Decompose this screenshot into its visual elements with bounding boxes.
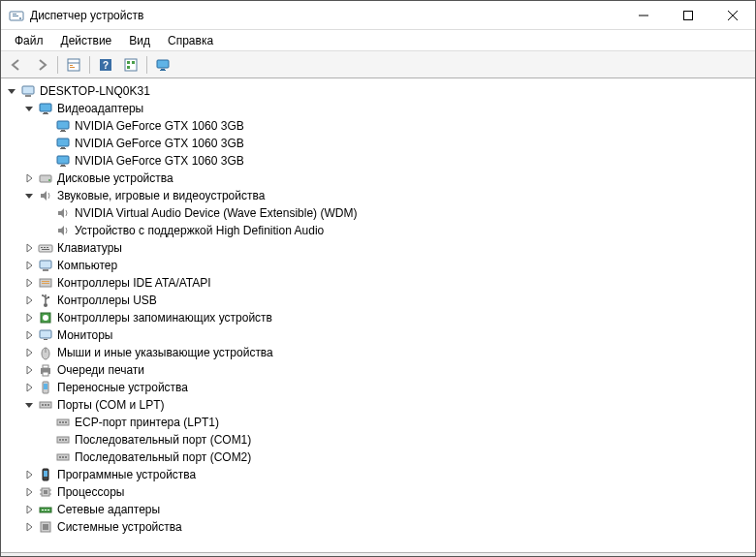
expand-icon[interactable] <box>22 468 36 481</box>
tree-item-label: Программные устройства <box>57 468 196 481</box>
svg-rect-21 <box>22 86 34 94</box>
expand-icon[interactable] <box>22 311 36 325</box>
expand-icon[interactable] <box>22 503 36 516</box>
toolbar-scan-button[interactable] <box>119 54 142 76</box>
expand-icon[interactable] <box>22 259 36 272</box>
tree-item-label: NVIDIA GeForce GTX 1060 3GB <box>75 119 244 133</box>
tree-category[interactable]: Контроллеры запоминающих устройств <box>1 309 755 326</box>
toolbar-help-button[interactable]: ? <box>94 54 117 76</box>
tree-device[interactable]: NVIDIA Virtual Audio Device (Wave Extens… <box>1 204 755 222</box>
tree-item-label: ECP-порт принтера (LPT1) <box>75 416 219 429</box>
toolbar-properties-button[interactable] <box>62 54 85 76</box>
tree-device[interactable]: Устройство с поддержкой High Definition … <box>1 222 755 239</box>
tree-category[interactable]: Переносные устройства <box>1 379 755 396</box>
svg-rect-25 <box>43 113 48 114</box>
svg-rect-88 <box>45 510 47 511</box>
tree-category[interactable]: Компьютер <box>1 257 755 274</box>
toolbar-monitor-button[interactable] <box>151 54 174 76</box>
toolbar-forward-button[interactable] <box>30 54 53 76</box>
display-icon <box>38 101 53 116</box>
minimize-button[interactable] <box>621 1 666 30</box>
svg-rect-32 <box>57 156 69 164</box>
svg-point-72 <box>62 439 64 441</box>
expand-icon[interactable] <box>22 520 36 534</box>
menu-help[interactable]: Справка <box>160 32 221 49</box>
expand-icon[interactable] <box>22 276 36 290</box>
svg-rect-1 <box>13 14 16 15</box>
svg-point-49 <box>42 294 44 296</box>
tree-item-label: Звуковые, игровые и видеоустройства <box>57 189 265 202</box>
expand-icon[interactable] <box>22 363 36 377</box>
tree-category[interactable]: Мониторы <box>1 326 755 344</box>
tree-category[interactable]: Видеоадаптеры <box>1 100 755 117</box>
svg-rect-16 <box>132 61 135 64</box>
svg-rect-26 <box>57 121 69 129</box>
svg-rect-40 <box>47 247 48 248</box>
maximize-button[interactable] <box>666 1 710 30</box>
expand-icon[interactable] <box>22 294 36 307</box>
svg-rect-22 <box>25 95 31 97</box>
printer-icon <box>38 362 53 378</box>
svg-point-73 <box>65 439 67 441</box>
svg-rect-91 <box>43 524 48 530</box>
toolbar-separator <box>89 56 90 74</box>
svg-rect-28 <box>60 131 66 132</box>
tree-item-label: Компьютер <box>57 259 117 272</box>
app-icon <box>9 8 24 23</box>
tree-root[interactable]: DESKTOP-LNQ0K31 <box>1 82 755 100</box>
tree-category[interactable]: Звуковые, игровые и видеоустройства <box>1 187 755 204</box>
expand-icon[interactable] <box>22 171 36 185</box>
collapse-icon[interactable] <box>22 189 36 202</box>
collapse-icon[interactable] <box>22 102 36 115</box>
tree-category[interactable]: Очереди печати <box>1 361 755 379</box>
tree-item-label: Дисковые устройства <box>57 171 173 185</box>
tree-category[interactable]: Контроллеры USB <box>1 292 755 309</box>
tree-category[interactable]: Системные устройства <box>1 518 755 536</box>
tree-category[interactable]: Контроллеры IDE ATA/ATAPI <box>1 274 755 292</box>
tree-device[interactable]: Последовательный порт (COM2) <box>1 449 755 466</box>
toolbar-separator <box>57 56 58 74</box>
tree-device[interactable]: NVIDIA GeForce GTX 1060 3GB <box>1 117 755 135</box>
disk-icon <box>38 170 53 186</box>
collapse-icon[interactable] <box>5 84 18 98</box>
tree-category[interactable]: Мыши и иные указывающие устройства <box>1 344 755 361</box>
network-icon <box>38 502 53 517</box>
toolbar-back-button[interactable] <box>5 54 28 76</box>
expand-icon[interactable] <box>22 241 36 255</box>
expand-icon[interactable] <box>22 485 36 499</box>
svg-point-47 <box>44 303 47 307</box>
tree-category[interactable]: Программные устройства <box>1 466 755 483</box>
tree-device[interactable]: ECP-порт принтера (LPT1) <box>1 414 755 431</box>
port-icon <box>55 415 71 430</box>
svg-rect-53 <box>40 330 51 338</box>
tree-device[interactable]: Последовательный порт (COM1) <box>1 431 755 449</box>
svg-rect-87 <box>42 510 44 511</box>
expand-icon[interactable] <box>22 381 36 394</box>
expand-icon[interactable] <box>22 328 36 342</box>
svg-point-75 <box>59 456 61 458</box>
menu-file[interactable]: Файл <box>7 32 51 49</box>
expand-icon[interactable] <box>22 346 36 359</box>
tree-device[interactable]: NVIDIA GeForce GTX 1060 3GB <box>1 152 755 170</box>
toolbar-separator <box>146 56 147 74</box>
port-icon <box>55 449 71 465</box>
tree-device[interactable]: NVIDIA GeForce GTX 1060 3GB <box>1 135 755 152</box>
window-title: Диспетчер устройств <box>30 9 621 22</box>
device-tree[interactable]: DESKTOP-LNQ0K31ВидеоадаптерыNVIDIA GeFor… <box>1 78 755 552</box>
menu-view[interactable]: Вид <box>121 32 158 49</box>
tree-category[interactable]: Порты (COM и LPT) <box>1 396 755 414</box>
collapse-icon[interactable] <box>22 398 36 412</box>
window-controls <box>621 1 755 30</box>
tree-category[interactable]: Сетевые адаптеры <box>1 501 755 518</box>
audio-icon <box>55 205 71 221</box>
svg-rect-2 <box>13 15 18 16</box>
tree-item-label: Мониторы <box>57 328 112 342</box>
close-button[interactable] <box>710 1 755 30</box>
svg-point-68 <box>62 421 64 423</box>
menu-action[interactable]: Действие <box>53 32 120 49</box>
tree-category[interactable]: Дисковые устройства <box>1 170 755 187</box>
tree-category[interactable]: Клавиатуры <box>1 239 755 257</box>
svg-rect-20 <box>160 70 166 71</box>
tree-category[interactable]: Процессоры <box>1 483 755 501</box>
svg-rect-10 <box>70 65 73 66</box>
